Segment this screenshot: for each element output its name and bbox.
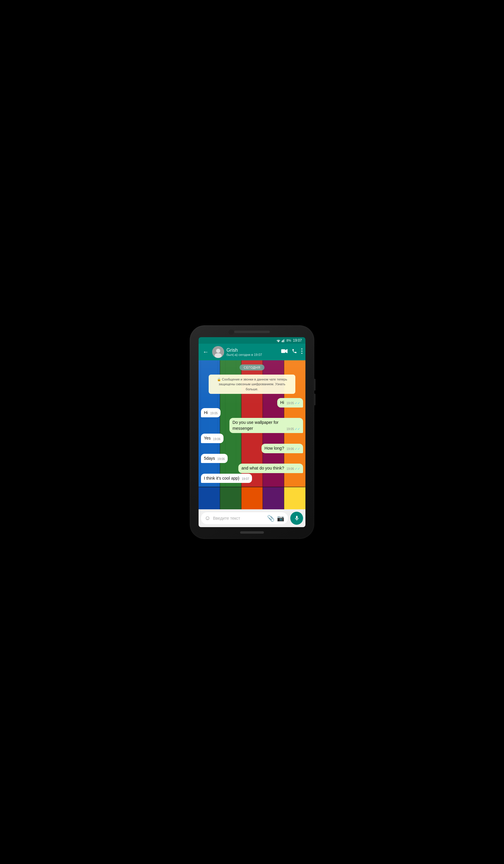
read-ticks: ✓✓ — [295, 401, 300, 405]
contact-info: Grish был(-а) сегодня в 19:07 — [227, 348, 279, 357]
message-bubble: How long?19:06 ✓✓ — [262, 444, 303, 453]
message-input[interactable] — [213, 516, 265, 520]
signal-icon — [282, 339, 285, 342]
video-call-button[interactable] — [281, 349, 288, 355]
mic-button[interactable] — [290, 512, 303, 525]
nav-bar: ← Grish был(-а) сегодня в 19:07 — [199, 344, 305, 360]
message-time: 19:05 — [210, 411, 218, 416]
message-row: Yes19:06 — [201, 434, 303, 443]
contact-avatar[interactable] — [212, 346, 224, 358]
message-text: Hi — [204, 410, 208, 416]
nav-actions — [281, 348, 302, 355]
message-bubble: Hi19:05 ✓✓ — [277, 398, 303, 408]
message-time: 19:06 — [217, 457, 225, 461]
chat-area: СЕГОДНЯ 🔒 Сообщения и звонки в данном ча… — [199, 360, 305, 509]
svg-rect-4 — [284, 339, 285, 342]
emoji-button[interactable]: ☺ — [204, 515, 211, 521]
svg-rect-1 — [282, 341, 282, 342]
message-time: 19:07 — [242, 477, 249, 481]
contact-name: Grish — [227, 348, 279, 353]
read-ticks: ✓✓ — [295, 447, 300, 451]
status-icons: 8% 19:07 — [276, 338, 302, 343]
message-bubble: 5days19:06 — [201, 454, 228, 463]
svg-point-12 — [301, 352, 302, 354]
svg-rect-8 — [281, 349, 285, 353]
svg-point-10 — [301, 348, 302, 350]
phone-frame: 8% 19:07 ← Grish был(-а) сегодня в 19:07 — [190, 325, 314, 539]
message-row: and what do you think?19:06 ✓✓ — [201, 464, 303, 473]
message-time: 19:05 ✓✓ — [286, 401, 300, 406]
message-text: Do you use wallpaper for messenger — [232, 420, 284, 431]
message-text: 5days — [204, 456, 215, 461]
read-ticks: ✓✓ — [295, 467, 300, 470]
message-row: 5days19:06 — [201, 454, 303, 463]
back-button[interactable]: ← — [202, 347, 210, 357]
message-bubble: and what do you think?19:06 ✓✓ — [238, 464, 303, 473]
wifi-icon — [276, 339, 280, 342]
chat-messages: СЕГОДНЯ 🔒 Сообщения и звонки в данном ча… — [199, 360, 305, 509]
message-bubble: Hi19:05 — [201, 408, 220, 418]
voice-call-button[interactable] — [292, 348, 297, 355]
svg-point-6 — [216, 349, 220, 353]
svg-rect-3 — [283, 339, 284, 342]
svg-rect-2 — [283, 340, 283, 342]
more-options-button[interactable] — [301, 348, 302, 355]
message-row: I think it's cool app)19:07 — [201, 474, 303, 483]
date-badge: СЕГОДНЯ — [240, 364, 264, 370]
battery-text: 8% — [286, 339, 291, 342]
phone-screen: 8% 19:07 ← Grish был(-а) сегодня в 19:07 — [199, 337, 305, 527]
message-time: 19:05 ✓✓ — [286, 427, 300, 431]
status-time: 19:07 — [293, 338, 302, 343]
message-bubble: Do you use wallpaper for messenger19:05 … — [229, 418, 303, 433]
volume-up-button[interactable] — [314, 379, 315, 391]
status-bar: 8% 19:07 — [199, 337, 305, 344]
phone-bottom-bar — [240, 531, 264, 533]
message-text: Hi — [280, 400, 284, 406]
svg-point-11 — [301, 350, 302, 352]
read-ticks: ✓✓ — [295, 427, 300, 431]
message-text: and what do you think? — [241, 465, 284, 471]
input-box: ☺ 📎 📷 — [201, 512, 288, 524]
attach-button[interactable]: 📎 — [267, 515, 275, 522]
message-time: 19:06 ✓✓ — [286, 467, 300, 471]
encryption-notice: 🔒 Сообщения и звонки в данном чате тепер… — [209, 374, 295, 394]
message-row: Hi19:05 ✓✓ — [201, 398, 303, 408]
volume-down-button[interactable] — [314, 394, 315, 406]
message-row: How long?19:06 ✓✓ — [201, 444, 303, 453]
message-bubble: Yes19:06 — [201, 434, 224, 443]
message-row: Hi19:05 — [201, 408, 303, 418]
message-text: I think it's cool app) — [204, 476, 239, 481]
message-time: 19:06 ✓✓ — [286, 447, 300, 451]
message-time: 19:06 — [213, 437, 220, 441]
svg-marker-9 — [285, 349, 288, 353]
message-text: How long? — [264, 445, 284, 452]
message-bubble: I think it's cool app)19:07 — [201, 474, 252, 483]
contact-status: был(-а) сегодня в 19:07 — [227, 353, 279, 357]
message-text: Yes — [204, 435, 211, 441]
messages-list: Hi19:05 ✓✓Hi19:05Do you use wallpaper fo… — [201, 397, 303, 483]
input-area: ☺ 📎 📷 — [199, 509, 305, 527]
svg-point-7 — [215, 353, 222, 358]
camera-button[interactable]: 📷 — [277, 515, 284, 522]
message-row: Do you use wallpaper for messenger19:05 … — [201, 418, 303, 433]
